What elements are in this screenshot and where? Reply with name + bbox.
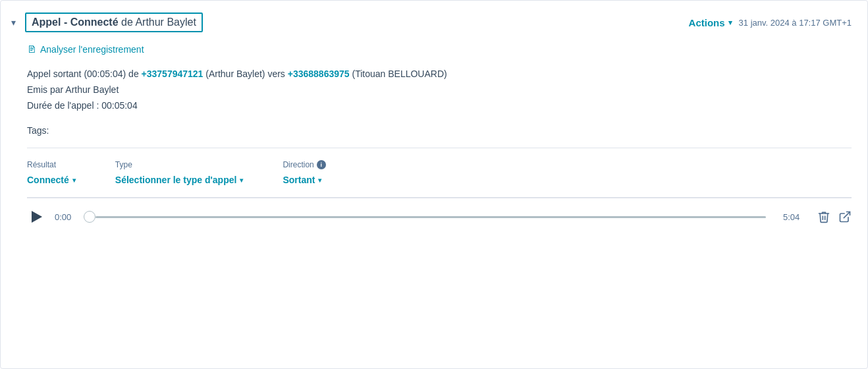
timestamp: 31 janv. 2024 à 17:17 GMT+1: [739, 18, 852, 28]
type-field: Type Sélectionner le type d'appel ▾: [115, 160, 244, 185]
result-value: Connecté: [27, 175, 69, 185]
analyze-label: Analyser l'enregistrement: [40, 44, 144, 55]
result-field: Résultat Connecté ▾: [27, 160, 76, 185]
result-label: Résultat: [27, 160, 76, 169]
audio-actions: [817, 210, 852, 223]
document-icon: 🖹: [27, 44, 36, 55]
direction-value: Sortant: [283, 175, 315, 185]
call-suffix: (Titouan BELLOUARD): [350, 69, 447, 79]
result-dropdown[interactable]: Connecté ▾: [27, 175, 76, 185]
card-body: 🖹 Analyser l'enregistrement Appel sortan…: [1, 44, 867, 238]
tags-section: Tags:: [27, 125, 852, 136]
collapse-icon[interactable]: ▾: [11, 17, 16, 28]
title-name: Arthur Baylet: [135, 16, 196, 28]
call-line-1: Appel sortant (00:05:04) de +33757947121…: [27, 67, 852, 82]
trash-icon: [817, 210, 830, 223]
title-connector: de: [119, 16, 136, 28]
type-label: Type: [115, 160, 244, 169]
direction-dropdown[interactable]: Sortant ▾: [283, 175, 325, 185]
fields-row: Résultat Connecté ▾ Type Sélectionner le…: [27, 148, 852, 197]
audio-current-time: 0:00: [55, 212, 74, 222]
phone-2[interactable]: +33688863975: [288, 69, 350, 79]
delete-audio-button[interactable]: [817, 210, 830, 223]
actions-button[interactable]: Actions ▾: [689, 17, 732, 28]
header-left: ▾ Appel - Connecté de Arthur Baylet: [11, 13, 203, 32]
direction-label: Direction i: [283, 160, 325, 169]
actions-dropdown-icon: ▾: [728, 18, 732, 27]
external-link-icon: [838, 210, 852, 223]
direction-field: Direction i Sortant ▾: [283, 160, 325, 185]
card-container: ▾ Appel - Connecté de Arthur Baylet Acti…: [0, 0, 868, 369]
progress-bar-container[interactable]: [84, 211, 766, 223]
call-mid: (Arthur Baylet) vers: [203, 69, 287, 79]
type-dropdown-icon: ▾: [240, 177, 243, 184]
audio-player: 0:00 5:04: [27, 198, 852, 238]
card-header: ▾ Appel - Connecté de Arthur Baylet Acti…: [1, 1, 867, 42]
play-button[interactable]: [27, 208, 45, 226]
scrubber-handle[interactable]: [84, 211, 95, 223]
header-right: Actions ▾ 31 janv. 2024 à 17:17 GMT+1: [689, 17, 852, 28]
title-bold: Appel - Connecté: [32, 16, 119, 28]
phone-1[interactable]: +33757947121: [142, 69, 203, 79]
call-line-3: Durée de l'appel : 00:05:04: [27, 98, 852, 114]
type-dropdown[interactable]: Sélectionner le type d'appel ▾: [115, 175, 244, 185]
progress-track[interactable]: [95, 216, 766, 218]
open-external-button[interactable]: [838, 210, 852, 223]
type-value: Sélectionner le type d'appel: [115, 175, 237, 185]
actions-label: Actions: [689, 17, 725, 28]
call-prefix: Appel sortant (00:05:04) de: [27, 69, 142, 79]
direction-info-icon[interactable]: i: [317, 160, 326, 169]
audio-end-time: 5:04: [783, 212, 803, 222]
call-line-2: Emis par Arthur Baylet: [27, 82, 852, 98]
tags-label: Tags:: [27, 125, 49, 136]
call-info: Appel sortant (00:05:04) de +33757947121…: [27, 67, 852, 113]
result-dropdown-icon: ▾: [72, 177, 76, 184]
play-icon: [32, 211, 42, 223]
svg-line-0: [844, 212, 850, 218]
analyze-link[interactable]: 🖹 Analyser l'enregistrement: [27, 44, 852, 55]
direction-dropdown-icon: ▾: [318, 177, 321, 184]
title-box: Appel - Connecté de Arthur Baylet: [25, 13, 203, 32]
